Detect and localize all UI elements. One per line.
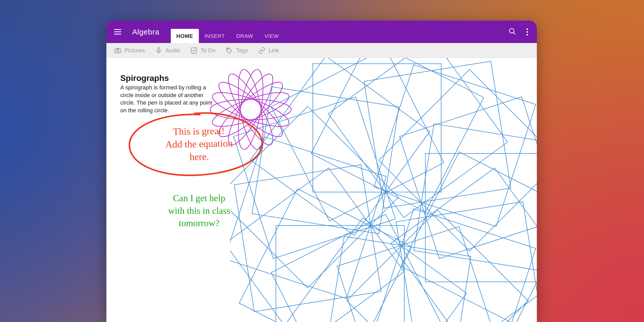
tags-button[interactable]: Tags: [226, 47, 248, 54]
green-line-3: tomorrow?: [140, 217, 258, 230]
svg-point-3: [116, 49, 119, 52]
section-title: Algebra: [132, 28, 159, 36]
ink-annotation-green: Can I get help with this in class tomorr…: [140, 192, 258, 230]
desktop-background: Algebra HOME INSERT DRAW VIEW Pictures: [0, 0, 644, 322]
ribbon-tabs: HOME INSERT DRAW VIEW: [171, 29, 285, 43]
svg-rect-42: [252, 87, 399, 234]
svg-rect-35: [276, 225, 404, 322]
svg-rect-36: [239, 189, 412, 322]
link-label: Link: [269, 47, 279, 54]
camera-icon: [114, 47, 121, 54]
link-button[interactable]: Link: [258, 47, 279, 54]
svg-rect-49: [374, 65, 536, 227]
link-icon: [258, 47, 266, 54]
svg-rect-26: [401, 152, 537, 322]
insert-ribbon: Pictures Audio To Do Tags Link: [106, 43, 537, 58]
svg-rect-31: [337, 227, 499, 322]
more-options-icon[interactable]: [525, 27, 530, 37]
tab-insert[interactable]: INSERT: [199, 29, 231, 43]
ink-annotation-red: This is great! Add the equation here.: [130, 116, 268, 156]
svg-rect-25: [425, 154, 537, 282]
tab-draw[interactable]: DRAW: [231, 29, 259, 43]
spirograph-large: [230, 58, 537, 322]
svg-rect-4: [158, 47, 160, 51]
green-line-2: with this in class: [140, 205, 258, 217]
todo-label: To Do: [201, 47, 215, 54]
red-line-3: here.: [131, 149, 268, 164]
svg-rect-50: [379, 70, 537, 251]
svg-rect-37: [230, 168, 404, 322]
page-canvas[interactable]: Spirographs A spirograph is formed by ro…: [106, 58, 537, 322]
svg-rect-28: [396, 202, 537, 322]
tab-home[interactable]: HOME: [171, 29, 199, 43]
pictures-label: Pictures: [124, 47, 145, 54]
search-icon[interactable]: [509, 28, 516, 36]
audio-button[interactable]: Audio: [155, 47, 180, 54]
checkbox-icon: [190, 47, 198, 54]
tags-label: Tags: [236, 47, 248, 54]
tag-icon: [226, 47, 233, 54]
svg-point-0: [510, 28, 514, 33]
svg-line-1: [513, 32, 515, 34]
onenote-window: Algebra HOME INSERT DRAW VIEW Pictures: [106, 21, 537, 322]
hamburger-menu-icon[interactable]: [114, 28, 123, 36]
page-title: Spirographs: [120, 73, 169, 83]
pictures-button[interactable]: Pictures: [114, 47, 145, 54]
microphone-icon: [155, 47, 162, 54]
svg-rect-29: [374, 209, 536, 322]
todo-button[interactable]: To Do: [190, 47, 215, 54]
green-line-1: Can I get help: [140, 192, 258, 205]
svg-rect-51: [400, 97, 537, 259]
svg-rect-48: [364, 61, 511, 208]
tab-view[interactable]: VIEW: [259, 29, 285, 43]
svg-rect-30: [347, 210, 528, 322]
audio-label: Audio: [165, 47, 180, 54]
svg-rect-52: [414, 124, 537, 270]
svg-rect-44: [271, 58, 444, 221]
title-bar: Algebra HOME INSERT DRAW VIEW: [106, 21, 537, 43]
svg-point-6: [227, 49, 228, 50]
